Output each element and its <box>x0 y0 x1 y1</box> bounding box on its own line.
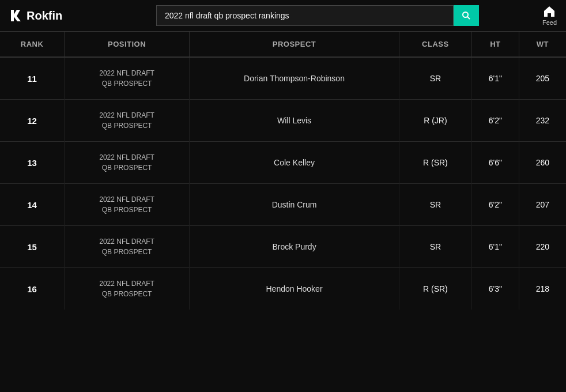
feed-label: Feed <box>542 19 557 26</box>
search-container <box>156 5 479 26</box>
search-icon <box>462 11 471 20</box>
prospect-cell[interactable]: Hendon Hooker <box>189 268 399 310</box>
position-cell: 2022 NFL DRAFTQB PROSPECT <box>65 142 190 184</box>
svg-marker-0 <box>11 10 21 21</box>
rank-cell: 15 <box>0 226 65 268</box>
col-ht: HT <box>471 32 519 57</box>
class-cell: SR <box>399 57 472 100</box>
table-scroll[interactable]: RANK POSITION PROSPECT CLASS HT WT 11 20… <box>0 32 566 392</box>
class-cell: SR <box>399 184 472 226</box>
position-cell: 2022 NFL DRAFTQB PROSPECT <box>65 226 190 268</box>
rank-cell: 14 <box>0 184 65 226</box>
feed-nav[interactable]: Feed <box>542 5 557 26</box>
wt-cell: 232 <box>519 100 566 142</box>
table-row: 12 2022 NFL DRAFTQB PROSPECT Will Levis … <box>0 100 566 142</box>
rank-cell: 12 <box>0 100 65 142</box>
ht-cell: 6'1" <box>471 57 519 100</box>
ht-cell: 6'2" <box>471 100 519 142</box>
prospect-cell[interactable]: Will Levis <box>189 100 399 142</box>
home-icon <box>543 5 556 18</box>
ht-cell: 6'2" <box>471 184 519 226</box>
logo-text: Rokfin <box>27 9 62 22</box>
table-row: 16 2022 NFL DRAFTQB PROSPECT Hendon Hook… <box>0 268 566 310</box>
svg-line-2 <box>467 17 470 19</box>
col-wt: WT <box>519 32 566 57</box>
prospect-cell[interactable]: Cole Kelley <box>189 142 399 184</box>
svg-point-1 <box>463 12 468 17</box>
table-row: 11 2022 NFL DRAFTQB PROSPECT Dorian Thom… <box>0 57 566 100</box>
ht-cell: 6'3" <box>471 268 519 310</box>
table-body: 11 2022 NFL DRAFTQB PROSPECT Dorian Thom… <box>0 57 566 310</box>
prospect-cell[interactable]: Dorian Thompson-Robinson <box>189 57 399 100</box>
header: Rokfin Feed <box>0 0 566 32</box>
position-cell: 2022 NFL DRAFTQB PROSPECT <box>65 268 190 310</box>
table-row: 13 2022 NFL DRAFTQB PROSPECT Cole Kelley… <box>0 142 566 184</box>
position-cell: 2022 NFL DRAFTQB PROSPECT <box>65 100 190 142</box>
rokfin-logo-icon <box>9 9 23 22</box>
ht-cell: 6'6" <box>471 142 519 184</box>
table-header: RANK POSITION PROSPECT CLASS HT WT <box>0 32 566 57</box>
position-cell: 2022 NFL DRAFTQB PROSPECT <box>65 184 190 226</box>
wt-cell: 207 <box>519 184 566 226</box>
table-row: 14 2022 NFL DRAFTQB PROSPECT Dustin Crum… <box>0 184 566 226</box>
wt-cell: 260 <box>519 142 566 184</box>
class-cell: R (JR) <box>399 100 472 142</box>
class-cell: SR <box>399 226 472 268</box>
rank-cell: 13 <box>0 142 65 184</box>
table-area: RANK POSITION PROSPECT CLASS HT WT 11 20… <box>0 32 566 392</box>
logo[interactable]: Rokfin <box>9 9 78 22</box>
ht-cell: 6'1" <box>471 226 519 268</box>
col-position: POSITION <box>65 32 190 57</box>
class-cell: R (SR) <box>399 142 472 184</box>
col-rank: RANK <box>0 32 65 57</box>
rank-cell: 11 <box>0 57 65 100</box>
search-button[interactable] <box>454 5 479 26</box>
table-row: 15 2022 NFL DRAFTQB PROSPECT Brock Purdy… <box>0 226 566 268</box>
rank-cell: 16 <box>0 268 65 310</box>
search-input[interactable] <box>156 5 454 26</box>
wt-cell: 205 <box>519 57 566 100</box>
position-cell: 2022 NFL DRAFTQB PROSPECT <box>65 57 190 100</box>
col-prospect: PROSPECT <box>189 32 399 57</box>
header-right: Feed <box>542 5 557 26</box>
wt-cell: 218 <box>519 268 566 310</box>
prospect-cell[interactable]: Dustin Crum <box>189 184 399 226</box>
wt-cell: 220 <box>519 226 566 268</box>
col-class: CLASS <box>399 32 472 57</box>
class-cell: R (SR) <box>399 268 472 310</box>
prospect-cell[interactable]: Brock Purdy <box>189 226 399 268</box>
prospects-table: RANK POSITION PROSPECT CLASS HT WT 11 20… <box>0 32 566 310</box>
